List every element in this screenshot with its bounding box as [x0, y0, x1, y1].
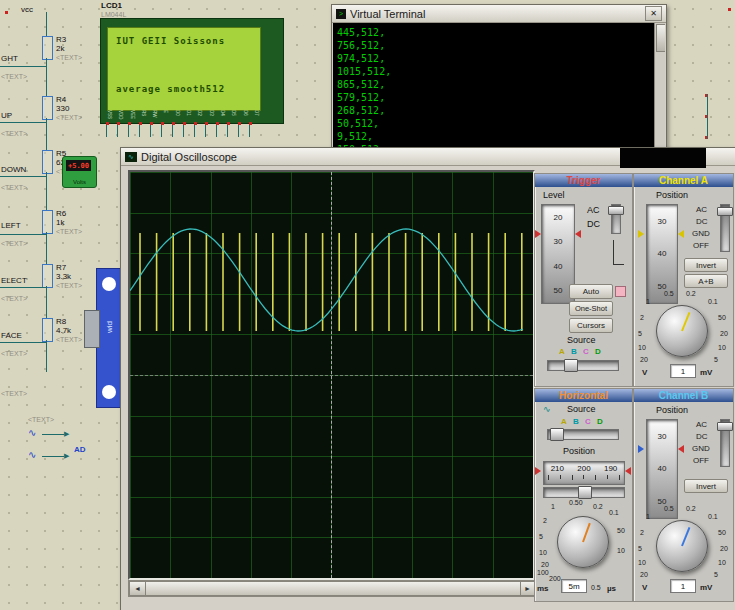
channel-a-header: Channel A: [634, 174, 733, 187]
channel-b-marker-right[interactable]: [678, 445, 684, 453]
lcd-display[interactable]: IUT GEII Soissons average smooth512 VSS …: [100, 18, 284, 124]
auto-led: [615, 286, 626, 297]
resistor-r5[interactable]: [42, 150, 53, 174]
channel-b-invert-button[interactable]: Invert: [684, 479, 728, 493]
wire: [46, 232, 47, 264]
resistor-value: 4.7k: [56, 327, 71, 335]
wire: [46, 118, 47, 150]
coupling-ac: AC: [696, 420, 707, 429]
usb-connector[interactable]: [84, 310, 100, 348]
oscilloscope-icon: ∿: [125, 152, 137, 162]
resistor-r7[interactable]: [42, 264, 53, 288]
trigger-source-slider[interactable]: [547, 360, 619, 371]
wire: [0, 234, 46, 235]
a-plus-b-button[interactable]: A+B: [684, 274, 728, 288]
sine-source-icon[interactable]: ∿: [28, 428, 36, 438]
dc-voltmeter[interactable]: +5.00 Volts: [62, 156, 97, 188]
wire: [707, 94, 708, 139]
horizontal-position-scale[interactable]: 210 200 190: [543, 461, 625, 485]
text-tag: <TEXT>: [56, 282, 82, 289]
net-label-right[interactable]: GHT: [1, 55, 18, 63]
terminal-title: Virtual Terminal: [350, 8, 425, 20]
source-b-label: B: [573, 417, 579, 426]
sine-source-icon[interactable]: ∿: [28, 450, 36, 460]
source-a-label: A: [559, 347, 565, 356]
terminal-line: 756,512,: [337, 39, 391, 52]
terminal-icon: >: [336, 9, 346, 19]
net-label-down[interactable]: DOWN: [1, 166, 26, 174]
coupling-off: OFF: [693, 241, 709, 250]
unit-v: V: [642, 368, 647, 377]
trigger-edge-icon[interactable]: [613, 240, 624, 265]
channel-b-gain-knob[interactable]: [656, 520, 708, 572]
source-c-label: C: [585, 417, 591, 426]
resistor-value: 1k: [56, 219, 64, 227]
text-tag: <TEXT>: [1, 390, 27, 397]
trigger-level-marker-left[interactable]: [535, 230, 541, 238]
pin-dot: [728, 8, 731, 11]
trigger-source-label: Source: [567, 336, 596, 345]
scope-hscrollbar[interactable]: ◄ ►: [128, 580, 537, 597]
horizontal-marker-left[interactable]: [535, 467, 541, 475]
horizontal-position-slider[interactable]: [543, 487, 625, 498]
timebase-knob[interactable]: [557, 516, 609, 568]
channel-a-marker-left[interactable]: [638, 230, 644, 238]
lcd-part: LM044L: [101, 11, 126, 18]
proteus-workspace: vcc R3 2k <TEXT> R4 330 <TEXT> R5 620 <T…: [0, 0, 735, 610]
ad-net-label[interactable]: AD: [74, 446, 86, 454]
resistor-ref: R8: [56, 318, 66, 326]
resistor-r6[interactable]: [42, 210, 53, 234]
resistor-r8[interactable]: [42, 318, 53, 342]
source-d-label: D: [597, 417, 603, 426]
wire: [42, 456, 64, 457]
terminal-close-button[interactable]: ✕: [645, 6, 662, 21]
channel-a-gain-knob[interactable]: [656, 305, 708, 357]
position-label: Position: [656, 191, 688, 200]
resistor-ref: R3: [56, 36, 66, 44]
trigger-coupling-switch[interactable]: [611, 204, 621, 234]
trigger-level-marker-right[interactable]: [575, 230, 581, 238]
scroll-thumb[interactable]: [145, 581, 521, 596]
cursors-button[interactable]: Cursors: [569, 318, 613, 333]
voltmeter-display: +5.00: [66, 160, 91, 171]
channel-a-position-slider[interactable]: 30 40 50: [646, 204, 678, 304]
channel-b-marker-left[interactable]: [638, 445, 644, 453]
wire: [46, 58, 47, 96]
level-label: Level: [543, 191, 565, 200]
lcd-line1: IUT GEII Soissons: [116, 36, 225, 46]
channel-a-marker-right[interactable]: [678, 230, 684, 238]
lcd-pin-wires: [106, 125, 258, 137]
scroll-left-button[interactable]: ◄: [129, 581, 146, 596]
horizontal-source-slider[interactable]: [547, 429, 619, 440]
trigger-ac-label: AC: [587, 206, 600, 215]
net-label-face[interactable]: FACE: [1, 332, 22, 340]
horizontal-marker-right[interactable]: [625, 467, 631, 475]
terminal-line: 445,512,: [337, 26, 391, 39]
channel-a-invert-button[interactable]: Invert: [684, 258, 728, 272]
unit-ms: ms: [537, 584, 549, 593]
text-tag: <TEXT>: [1, 184, 27, 191]
text-tag: <TEXT>: [56, 54, 82, 61]
net-label-left[interactable]: LEFT: [1, 222, 21, 230]
resistor-r3[interactable]: [42, 36, 53, 60]
arrow-icon: ▶: [64, 452, 69, 459]
lcd-line2: average smooth512: [116, 84, 225, 94]
net-label-up[interactable]: UP: [1, 112, 12, 120]
channel-b-coupling-switch[interactable]: [720, 419, 730, 467]
one-shot-button[interactable]: One-Shot: [569, 301, 613, 316]
terminal-titlebar[interactable]: > Virtual Terminal ✕: [332, 5, 666, 23]
channel-a-panel: Channel A Position 30 40 50 AC DC GND OF…: [633, 173, 734, 387]
channel-b-header: Channel B: [634, 389, 733, 402]
resistor-r4[interactable]: [42, 96, 53, 120]
resistor-value: 330: [56, 105, 69, 113]
terminal-scrollbar-thumb[interactable]: [656, 24, 665, 52]
resistor-ref: R4: [56, 96, 66, 104]
scope-display: [128, 170, 535, 580]
channel-b-position-slider[interactable]: 30 40 50: [646, 419, 678, 519]
auto-button[interactable]: Auto: [569, 284, 613, 299]
coupling-gnd: GND: [692, 229, 710, 238]
net-label-select[interactable]: ELECT: [1, 277, 27, 285]
arrow-icon: ▶: [64, 430, 69, 437]
voltmeter-unit: Volts: [63, 179, 96, 185]
channel-a-coupling-switch[interactable]: [720, 204, 730, 252]
